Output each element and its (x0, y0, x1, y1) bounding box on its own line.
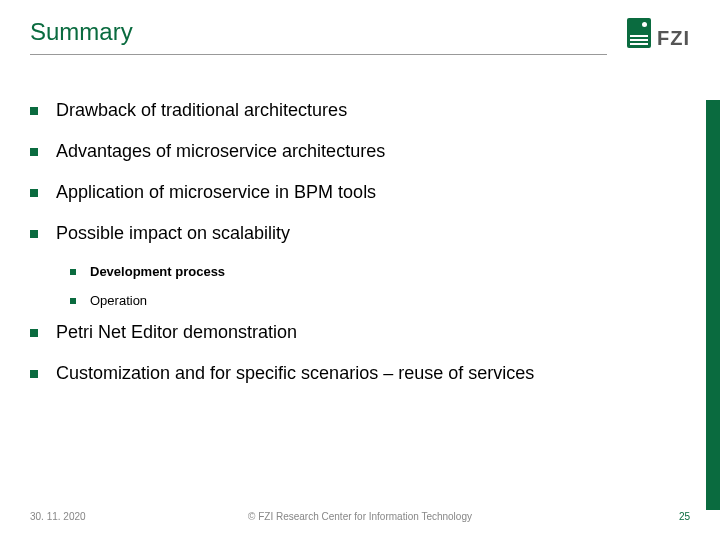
sub-bullet-item: Operation (70, 293, 680, 308)
slide-footer: 30. 11. 2020 © FZI Research Center for I… (30, 511, 690, 522)
logo: FZI (627, 18, 690, 48)
bullet-icon (70, 269, 76, 275)
accent-side-bar (706, 100, 720, 510)
slide-content: Drawback of traditional architectures Ad… (30, 100, 680, 404)
bullet-icon (30, 370, 38, 378)
bullet-item: Petri Net Editor demonstration (30, 322, 680, 343)
bullet-text: Petri Net Editor demonstration (56, 322, 297, 343)
bullet-icon (30, 329, 38, 337)
bullet-item: Advantages of microservice architectures (30, 141, 680, 162)
bullet-icon (30, 148, 38, 156)
footer-date: 30. 11. 2020 (30, 511, 86, 522)
bullet-icon (30, 107, 38, 115)
bullet-item: Drawback of traditional architectures (30, 100, 680, 121)
footer-page-number: 25 (679, 511, 690, 522)
bullet-text: Operation (90, 293, 147, 308)
sub-bullet-item: Development process (70, 264, 680, 279)
bullet-text: Application of microservice in BPM tools (56, 182, 376, 203)
bullet-icon (70, 298, 76, 304)
footer-copyright: © FZI Research Center for Information Te… (30, 511, 690, 522)
bullet-text: Drawback of traditional architectures (56, 100, 347, 121)
slide-header: Summary FZI (30, 18, 690, 55)
bullet-item: Application of microservice in BPM tools (30, 182, 680, 203)
logo-icon (627, 18, 651, 48)
bullet-item: Possible impact on scalability (30, 223, 680, 244)
bullet-icon (30, 189, 38, 197)
logo-text: FZI (657, 28, 690, 48)
slide-title: Summary (30, 18, 607, 52)
bullet-text: Development process (90, 264, 225, 279)
bullet-icon (30, 230, 38, 238)
bullet-text: Possible impact on scalability (56, 223, 290, 244)
bullet-text: Advantages of microservice architectures (56, 141, 385, 162)
bullet-text: Customization and for specific scenarios… (56, 363, 534, 384)
title-underline: Summary (30, 18, 607, 55)
bullet-item: Customization and for specific scenarios… (30, 363, 680, 384)
